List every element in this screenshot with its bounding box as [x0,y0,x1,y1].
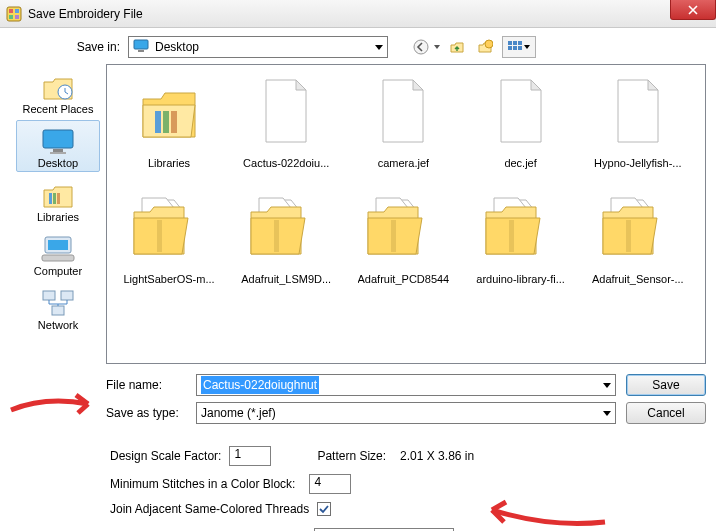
svg-rect-14 [518,46,522,50]
place-network[interactable]: Network [16,282,100,334]
file-name: Libraries [148,157,190,169]
check-icon [319,504,329,514]
place-label: Network [38,319,78,331]
places-bar: Recent Places Desktop Libraries Computer… [10,64,106,364]
file-name: Adafruit_Sensor-... [592,273,684,285]
recent-icon [39,71,77,103]
options-panel: Design Scale Factor: 1 Pattern Size: 2.0… [110,446,706,531]
new-folder-icon [477,39,493,55]
minstitch-value: 4 [314,475,321,489]
place-computer[interactable]: Computer [16,228,100,280]
save-button[interactable]: Save [626,374,706,396]
svg-rect-6 [138,50,144,52]
file-item[interactable]: Hypno-Jellyfish-... [584,71,692,169]
file-item[interactable]: camera.jef [349,71,457,169]
file-item[interactable]: LightSaberOS-m... [115,187,223,285]
file-item[interactable]: Cactus-022doiu... [232,71,340,169]
file-list-panel[interactable]: LibrariesCactus-022doiu...camera.jefdec.… [106,64,706,364]
folder-up-icon [449,39,465,55]
chevron-down-icon [603,411,611,416]
scale-input[interactable]: 1 [229,446,271,466]
svg-rect-34 [509,220,514,252]
svg-rect-35 [626,220,631,252]
zip-folder-icon [363,187,443,267]
file-name: camera.jef [378,157,429,169]
nav-toolbar [410,36,536,58]
chevron-down-icon [375,45,383,50]
svg-rect-20 [53,193,56,204]
svg-rect-3 [9,15,13,19]
file-icon [246,71,326,151]
file-name: dec.jef [504,157,536,169]
close-icon [688,5,698,15]
place-desktop[interactable]: Desktop [16,120,100,172]
savetype-dropdown[interactable]: Janome (*.jef) [196,402,616,424]
dialog-buttons: Save Cancel [626,374,706,424]
new-folder-button[interactable] [474,36,496,58]
file-icon [598,71,678,151]
place-recent[interactable]: Recent Places [16,66,100,118]
chevron-down-icon [524,45,530,49]
cancel-button[interactable]: Cancel [626,402,706,424]
svg-rect-28 [155,111,161,133]
savetype-label: Save as type: [106,406,196,420]
savetype-row: Save as type: Janome (*.jef) [106,402,616,424]
svg-rect-21 [57,193,60,204]
back-button[interactable] [410,36,432,58]
back-icon [413,39,429,55]
svg-rect-26 [61,291,73,300]
join-threads-checkbox[interactable] [317,502,331,516]
view-icon [508,41,522,53]
svg-rect-27 [52,306,64,315]
svg-rect-17 [53,149,63,152]
svg-rect-9 [508,41,512,45]
app-icon [6,6,22,22]
svg-rect-18 [50,152,66,154]
svg-point-7 [414,40,428,54]
file-item[interactable]: Adafruit_Sensor-... [584,187,692,285]
file-grid: LibrariesCactus-022doiu...camera.jefdec.… [115,71,697,285]
savetype-value: Janome (*.jef) [201,406,276,420]
scale-label: Design Scale Factor: [110,449,221,463]
svg-rect-25 [43,291,55,300]
place-libraries[interactable]: Libraries [16,174,100,226]
filename-value: Cactus-022doiughnut [201,376,319,394]
file-item[interactable]: Adafruit_LSM9D... [232,187,340,285]
pattern-size-value: 2.01 X 3.86 in [400,449,474,463]
place-label: Computer [34,265,82,277]
zip-folder-icon [246,187,326,267]
file-item[interactable]: Adafruit_PCD8544 [349,187,457,285]
svg-rect-12 [508,46,512,50]
minstitch-label: Minimum Stitches in a Color Block: [110,477,295,491]
file-name: LightSaberOS-m... [123,273,214,285]
dialog-body: Save in: Desktop [0,28,716,531]
up-button[interactable] [446,36,468,58]
svg-rect-24 [42,255,74,261]
save-in-row: Save in: Desktop [70,36,706,58]
view-menu-button[interactable] [502,36,536,58]
file-item[interactable]: Libraries [115,71,223,169]
form-rows: File name: Cactus-022doiughnut Save as t… [106,374,706,424]
file-item[interactable]: dec.jef [467,71,575,169]
chevron-down-icon [603,383,611,388]
file-item[interactable]: arduino-library-fi... [467,187,575,285]
libraries-folder-icon [129,71,209,151]
place-label: Desktop [38,157,78,169]
file-name: arduino-library-fi... [476,273,565,285]
location-dropdown[interactable]: Desktop [128,36,388,58]
scale-value: 1 [234,447,241,461]
close-button[interactable] [670,0,716,20]
zip-folder-icon [598,187,678,267]
main-area: Recent Places Desktop Libraries Computer… [10,64,706,364]
pattern-size-label: Pattern Size: [317,449,386,463]
file-name: Cactus-022doiu... [243,157,329,169]
file-name: Adafruit_PCD8544 [358,273,450,285]
save-button-label: Save [652,378,679,392]
filename-input[interactable]: Cactus-022doiughnut [196,374,616,396]
minstitch-input[interactable]: 4 [309,474,351,494]
svg-rect-30 [171,111,177,133]
file-icon [363,71,443,151]
svg-rect-11 [518,41,522,45]
svg-rect-2 [15,9,19,13]
desktop-icon [39,125,77,157]
